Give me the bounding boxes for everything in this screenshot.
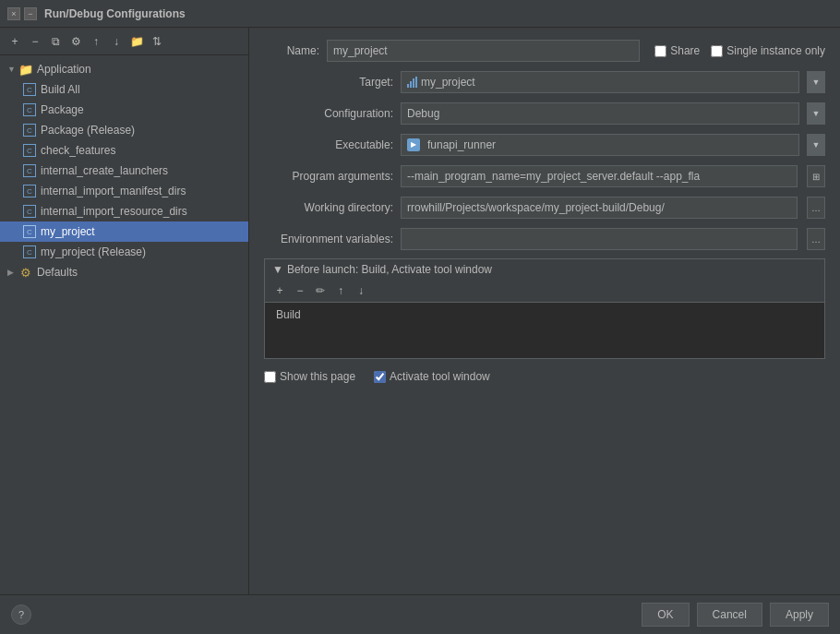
gear-icon-defaults: ⚙ — [18, 265, 33, 280]
env-vars-input[interactable] — [401, 228, 798, 250]
copy-config-button[interactable]: ⧉ — [46, 32, 65, 51]
tree-label-build-all: Build All — [41, 83, 80, 96]
config-icon-my-project: C — [22, 224, 37, 239]
env-vars-row: Environment variables: … — [264, 227, 825, 251]
add-config-button[interactable]: + — [6, 32, 24, 51]
config-tree: ▼ 📁 Application C Build All C Package — [0, 55, 248, 594]
tree-item-my-project[interactable]: C my_project — [0, 221, 248, 242]
folder-icon-application: 📁 — [18, 62, 33, 77]
before-launch-header[interactable]: ▼ Before launch: Build, Activate tool wi… — [265, 259, 824, 280]
single-instance-checkbox-label[interactable]: Single instance only — [711, 44, 825, 57]
name-label: Name: — [264, 44, 319, 57]
configuration-display: Debug — [401, 102, 799, 125]
tree-item-internal-import-resource[interactable]: C internal_import_resource_dirs — [0, 201, 248, 221]
config-icon-check-features: C — [22, 143, 37, 158]
before-launch-section: ▼ Before launch: Build, Activate tool wi… — [264, 258, 825, 359]
tree-item-application[interactable]: ▼ 📁 Application — [0, 59, 248, 79]
executable-display: ▶ funapi_runner — [401, 134, 799, 156]
config-icon-package-release: C — [22, 123, 37, 138]
arrow-defaults: ▶ — [7, 268, 18, 277]
window-controls[interactable]: × − — [7, 7, 37, 20]
settings-button[interactable]: ⚙ — [66, 32, 85, 51]
move-down-button[interactable]: ↓ — [107, 32, 126, 51]
show-this-page-label[interactable]: Show this page — [264, 370, 355, 383]
before-launch-up-button[interactable]: ↑ — [331, 281, 350, 300]
env-vars-expand-button[interactable]: … — [807, 228, 825, 250]
before-launch-title: Before launch: Build, Activate tool wind… — [287, 263, 492, 276]
apply-button[interactable]: Apply — [770, 603, 829, 627]
tree-item-defaults[interactable]: ▶ ⚙ Defaults — [0, 262, 248, 282]
working-dir-row: Working directory: … — [264, 196, 825, 220]
tree-item-my-project-release[interactable]: C my_project (Release) — [0, 242, 248, 262]
share-label: Share — [670, 44, 700, 57]
right-panel: Name: Share Single instance only Target: — [249, 28, 840, 594]
before-launch-down-button[interactable]: ↓ — [352, 281, 370, 300]
tree-label-internal-import-resource: internal_import_resource_dirs — [41, 205, 187, 218]
configuration-dropdown-button[interactable]: ▼ — [807, 102, 825, 125]
target-dropdown-button[interactable]: ▼ — [807, 71, 825, 93]
before-launch-remove-button[interactable]: − — [291, 281, 309, 300]
tree-label-my-project-release: my_project (Release) — [41, 245, 146, 258]
bottom-right: OK Cancel Apply — [642, 603, 829, 627]
single-instance-checkbox[interactable] — [711, 45, 723, 57]
close-button[interactable]: × — [7, 7, 20, 20]
program-args-row: Program arguments: ⊞ — [264, 164, 825, 188]
name-row: Name: Share Single instance only — [264, 39, 825, 63]
share-checkbox-label[interactable]: Share — [654, 44, 700, 57]
tree-label-defaults: Defaults — [37, 266, 78, 279]
left-toolbar: + − ⧉ ⚙ ↑ ↓ 📁 ⇅ — [0, 28, 248, 55]
bottom-bar: ? OK Cancel Apply — [0, 594, 840, 634]
activate-tool-window-checkbox[interactable] — [374, 371, 386, 383]
checkboxes-row: Show this page Activate tool window — [264, 366, 825, 387]
working-dir-browse-button[interactable]: … — [807, 197, 825, 219]
tree-label-check-features: check_features — [41, 144, 115, 157]
working-dir-label: Working directory: — [264, 201, 393, 214]
share-checkbox[interactable] — [654, 45, 666, 57]
sort-button[interactable]: ⇅ — [148, 32, 166, 51]
show-this-page-text: Show this page — [280, 370, 355, 383]
cancel-button[interactable]: Cancel — [697, 603, 762, 627]
help-button[interactable]: ? — [11, 604, 31, 625]
remove-config-button[interactable]: − — [26, 32, 44, 51]
build-item: Build — [272, 306, 817, 323]
target-value: my_project — [421, 76, 475, 89]
configuration-row: Configuration: Debug ▼ — [264, 102, 825, 126]
left-panel: + − ⧉ ⚙ ↑ ↓ 📁 ⇅ ▼ 📁 Application C Buil — [0, 28, 249, 594]
ok-button[interactable]: OK — [642, 603, 689, 627]
working-dir-input[interactable] — [401, 197, 798, 219]
tree-label-my-project: my_project — [41, 225, 95, 238]
tree-item-build-all[interactable]: C Build All — [0, 79, 248, 100]
bottom-left: ? — [11, 604, 31, 625]
executable-dropdown-button[interactable]: ▼ — [807, 134, 825, 156]
program-args-expand-button[interactable]: ⊞ — [807, 165, 825, 187]
target-label: Target: — [264, 76, 393, 89]
config-icon-package: C — [22, 102, 37, 117]
arrow-application: ▼ — [7, 65, 18, 74]
folder-button[interactable]: 📁 — [127, 32, 146, 51]
activate-tool-window-label[interactable]: Activate tool window — [374, 370, 490, 383]
before-launch-add-button[interactable]: + — [270, 281, 289, 300]
before-launch-edit-button[interactable]: ✏ — [311, 281, 330, 300]
program-args-label: Program arguments: — [264, 170, 393, 183]
target-bar-icon — [407, 77, 417, 88]
activate-tool-window-text: Activate tool window — [390, 370, 490, 383]
tree-item-package[interactable]: C Package — [0, 100, 248, 120]
tree-item-check-features[interactable]: C check_features — [0, 140, 248, 161]
tree-item-internal-import-manifest[interactable]: C internal_import_manifest_dirs — [0, 181, 248, 201]
minimize-button[interactable]: − — [24, 7, 37, 20]
move-up-button[interactable]: ↑ — [87, 32, 105, 51]
target-row: Target: my_project ▼ — [264, 70, 825, 94]
tree-label-application: Application — [37, 63, 91, 76]
tree-item-internal-create-launchers[interactable]: C internal_create_launchers — [0, 161, 248, 181]
before-launch-content: Build — [265, 303, 824, 358]
program-args-input[interactable] — [401, 165, 798, 187]
executable-row: Executable: ▶ funapi_runner ▼ — [264, 133, 825, 157]
show-this-page-checkbox[interactable] — [264, 371, 276, 383]
name-input[interactable] — [327, 40, 640, 62]
before-launch-toolbar: + − ✏ ↑ ↓ — [265, 280, 824, 303]
before-launch-arrow-icon: ▼ — [272, 263, 283, 276]
tree-item-package-release[interactable]: C Package (Release) — [0, 120, 248, 140]
config-icon-internal-create-launchers: C — [22, 163, 37, 178]
executable-file-icon: ▶ — [407, 138, 420, 151]
config-icon-internal-import-resource: C — [22, 204, 37, 219]
